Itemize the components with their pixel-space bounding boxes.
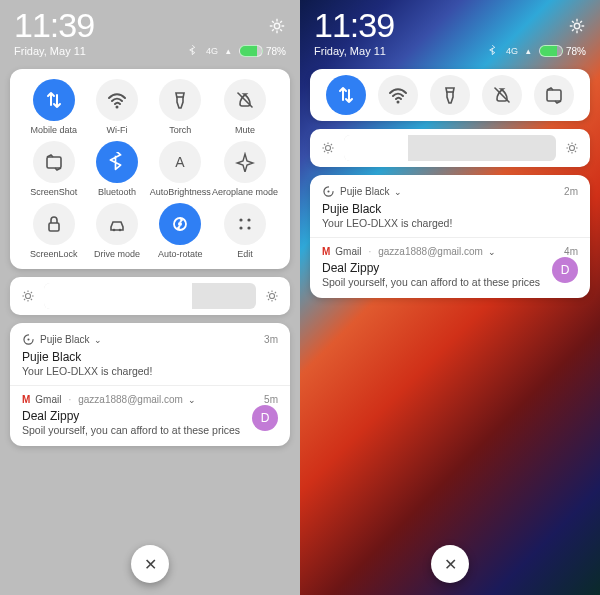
qs-toggle-bluetooth[interactable]: Bluetooth	[85, 141, 148, 197]
gmail-icon: M	[322, 246, 330, 257]
qs-toggle-wifi[interactable]: Wi-Fi	[85, 79, 148, 135]
clock-time: 11:39	[14, 6, 94, 45]
date-label: Friday, May 11	[314, 45, 386, 57]
brightness-fill	[44, 283, 192, 309]
qs-label: Mobile data	[30, 125, 77, 135]
bluetooth-icon	[96, 141, 138, 183]
brightness-low-icon	[20, 288, 36, 304]
signal-icon: ▴	[526, 46, 531, 56]
brightness-slider[interactable]	[10, 277, 290, 315]
edit-icon	[224, 203, 266, 245]
screen-lock-icon	[33, 203, 75, 245]
qs-toggle-drive-mode[interactable]: Drive mode	[85, 203, 148, 259]
notification-time: 3m	[264, 334, 278, 345]
battery-indicator: 78%	[539, 45, 586, 57]
qs-toggle-mobile-data[interactable]: Mobile data	[22, 79, 85, 135]
notification-app-row[interactable]: Pujie Black ⌄	[322, 185, 402, 198]
qs-label: Bluetooth	[98, 187, 136, 197]
notification-app-row[interactable]: Pujie Black ⌄	[22, 333, 102, 346]
qs-toggle-screenshot[interactable]	[534, 75, 574, 115]
brightness-low-icon	[320, 140, 336, 156]
qs-toggle-wifi[interactable]	[378, 75, 418, 115]
qs-label: ScreenShot	[30, 187, 77, 197]
chevron-down-icon[interactable]: ⌄	[488, 247, 496, 257]
qs-toggle-screen-lock[interactable]: ScreenLock	[22, 203, 85, 259]
qs-toggle-mute[interactable]: Mute	[212, 79, 278, 135]
qs-toggle-mute[interactable]	[482, 75, 522, 115]
notification-time: 4m	[564, 246, 578, 257]
brightness-track[interactable]	[344, 135, 556, 161]
divider	[310, 237, 590, 238]
qs-label: Torch	[169, 125, 191, 135]
auto-brightness-icon	[159, 141, 201, 183]
mobile-data-icon	[33, 79, 75, 121]
drive-mode-icon	[96, 203, 138, 245]
dismiss-all-button[interactable]: ✕	[431, 545, 469, 583]
brightness-track[interactable]	[44, 283, 256, 309]
app-name: Pujie Black	[340, 186, 389, 197]
qs-toggle-aeroplane[interactable]: Aeroplane mode	[212, 141, 278, 197]
torch-icon	[159, 79, 201, 121]
qs-label: Auto-rotate	[158, 249, 203, 259]
notification-body: Spoil yourself, you can afford to at the…	[322, 276, 546, 288]
quick-settings-panel	[310, 69, 590, 121]
dismiss-all-button[interactable]: ✕	[131, 545, 169, 583]
pujie-icon	[322, 185, 335, 198]
app-name: Gmail	[335, 246, 361, 257]
status-indicators: 4G ▴ 78%	[188, 45, 286, 57]
qs-label: Mute	[235, 125, 255, 135]
settings-icon[interactable]	[268, 17, 286, 35]
qs-toggle-screenshot[interactable]: ScreenShot	[22, 141, 85, 197]
divider	[10, 385, 290, 386]
phone-left: 11:39 Friday, May 11 4G ▴ 78% Mobile dat…	[0, 0, 300, 595]
battery-indicator: 78%	[239, 45, 286, 57]
notification-title: Deal Zippy	[22, 409, 246, 423]
torch-icon	[430, 75, 470, 115]
quick-settings-panel: Mobile dataWi-FiTorchMuteScreenShotBluet…	[10, 69, 290, 269]
qs-toggle-edit[interactable]: Edit	[212, 203, 278, 259]
brightness-fill	[344, 135, 408, 161]
sender-email: gazza1888@gmail.com	[78, 394, 183, 405]
qs-toggle-auto-brightness[interactable]: AutoBrightness	[149, 141, 212, 197]
qs-label: Drive mode	[94, 249, 140, 259]
status-indicators: 4G ▴ 78%	[488, 45, 586, 57]
app-name: Gmail	[35, 394, 61, 405]
brightness-high-icon	[264, 288, 280, 304]
notification-time: 2m	[564, 186, 578, 197]
notification-app-row[interactable]: M Gmail · gazza1888@gmail.com ⌄	[322, 246, 496, 257]
phone-right: 11:39 Friday, May 11 4G ▴ 78% Pujie Blac…	[300, 0, 600, 595]
notification-app-row[interactable]: M Gmail · gazza1888@gmail.com ⌄	[22, 394, 196, 405]
bluetooth-indicator-icon	[488, 45, 498, 57]
bluetooth-indicator-icon	[188, 45, 198, 57]
network-label: 4G	[206, 46, 218, 56]
auto-rotate-icon	[159, 203, 201, 245]
app-name: Pujie Black	[40, 334, 89, 345]
qs-label: AutoBrightness	[150, 187, 211, 197]
chevron-down-icon[interactable]: ⌄	[394, 187, 402, 197]
qs-toggle-auto-rotate[interactable]: Auto-rotate	[149, 203, 212, 259]
brightness-slider[interactable]	[310, 129, 590, 167]
clock-time: 11:39	[314, 6, 394, 45]
status-bar: 11:39 Friday, May 11 4G ▴ 78%	[0, 0, 300, 61]
mute-icon	[224, 79, 266, 121]
sender-avatar: D	[552, 257, 578, 283]
qs-toggle-mobile-data[interactable]	[326, 75, 366, 115]
notification-card[interactable]: Pujie Black ⌄ 2m Pujie Black Your LEO-DL…	[310, 175, 590, 298]
qs-label: ScreenLock	[30, 249, 78, 259]
notification-card[interactable]: Pujie Black ⌄ 3m Pujie Black Your LEO-DL…	[10, 323, 290, 446]
gmail-icon: M	[22, 394, 30, 405]
wifi-icon	[96, 79, 138, 121]
screenshot-icon	[33, 141, 75, 183]
settings-icon[interactable]	[568, 17, 586, 35]
chevron-down-icon[interactable]: ⌄	[188, 395, 196, 405]
qs-toggle-torch[interactable]: Torch	[149, 79, 212, 135]
screenshot-icon	[534, 75, 574, 115]
chevron-down-icon[interactable]: ⌄	[94, 335, 102, 345]
notification-time: 5m	[264, 394, 278, 405]
signal-icon: ▴	[226, 46, 231, 56]
sender-email: gazza1888@gmail.com	[378, 246, 483, 257]
qs-label: Aeroplane mode	[212, 187, 278, 197]
close-icon: ✕	[444, 555, 457, 574]
qs-toggle-torch[interactable]	[430, 75, 470, 115]
wifi-icon	[378, 75, 418, 115]
